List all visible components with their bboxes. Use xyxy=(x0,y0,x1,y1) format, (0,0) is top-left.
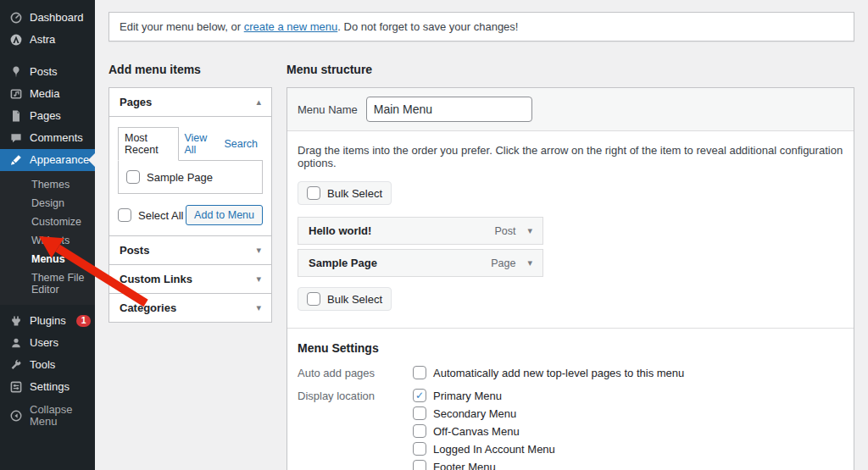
auto-add-pages-row: Auto add pages Automatically add new top… xyxy=(298,366,843,379)
appearance-submenu: Themes Design Customize Widgets Menus Th… xyxy=(0,171,95,305)
astra-icon xyxy=(8,33,23,47)
location-secondary-menu: Secondary Menu xyxy=(413,406,555,420)
sidebar-item-dashboard[interactable]: Dashboard xyxy=(0,7,95,29)
admin-sidebar: Dashboard Astra Posts Media Pages Commen… xyxy=(0,0,95,470)
chevron-down-icon[interactable]: ▾ xyxy=(527,225,532,236)
tab-search[interactable]: Search xyxy=(219,134,263,154)
location-checkbox[interactable] xyxy=(413,460,426,470)
tab-most-recent[interactable]: Most Recent xyxy=(118,127,179,161)
select-all-checkbox[interactable] xyxy=(118,208,131,222)
menu-edit-body: Drag the items into the order you prefer… xyxy=(287,131,854,470)
menu-name-input[interactable] xyxy=(366,97,532,122)
pages-icon xyxy=(8,109,23,123)
bulk-select-checkbox[interactable] xyxy=(307,186,320,200)
notice-text-before: Edit your menu below, or xyxy=(120,20,244,33)
auto-add-pages-checkbox[interactable] xyxy=(413,366,426,379)
location-label: Secondary Menu xyxy=(433,407,516,420)
notice-text-after: . Do not forget to save your changes! xyxy=(337,20,518,33)
accordion-section-categories[interactable]: Categories ▾ xyxy=(109,293,271,322)
add-menu-items-title: Add menu items xyxy=(108,63,272,76)
sidebar-item-pages[interactable]: Pages xyxy=(0,105,95,127)
bulk-select-label: Bulk Select xyxy=(327,187,382,200)
pages-tabs: Most Recent View All Search xyxy=(118,127,263,160)
sidebar-item-astra[interactable]: Astra xyxy=(0,29,95,51)
menu-item-title: Hello world! xyxy=(309,224,371,237)
settings-icon xyxy=(8,380,23,394)
tab-view-all[interactable]: View All xyxy=(179,128,219,160)
menu-item-type: Page xyxy=(491,257,515,269)
settings-divider xyxy=(287,328,854,329)
location-logged-in-account-menu: Logged In Account Menu xyxy=(413,442,555,456)
accordion-section-label: Pages xyxy=(120,96,152,108)
accordion-section-posts[interactable]: Posts ▾ xyxy=(109,235,271,264)
chevron-down-icon: ▾ xyxy=(256,274,261,285)
location-checkbox[interactable] xyxy=(413,389,426,402)
accordion-section-custom-links[interactable]: Custom Links ▾ xyxy=(109,264,271,293)
sidebar-item-tools[interactable]: Tools xyxy=(0,354,95,376)
bulk-select-toggle-bottom: Bulk Select xyxy=(298,287,392,311)
drag-instructions: Drag the items into the order you prefer… xyxy=(298,144,843,169)
submenu-item-widgets[interactable]: Widgets xyxy=(0,231,95,250)
most-recent-tab-panel: Sample Page xyxy=(118,160,263,194)
display-location-row: Display location Primary Menu Secondary … xyxy=(298,389,843,470)
submenu-item-theme-file-editor[interactable]: Theme File Editor xyxy=(0,268,95,299)
menu-name-label: Menu Name xyxy=(298,103,358,116)
location-label: Footer Menu xyxy=(433,461,496,470)
menu-structure-column: Menu structure Menu Name Drag the items … xyxy=(287,63,854,470)
sidebar-item-users[interactable]: Users xyxy=(0,332,95,354)
accordion-section-pages[interactable]: Pages ▴ xyxy=(109,88,271,116)
auto-add-pages-label: Auto add pages xyxy=(298,366,413,379)
accordion-section-label: Custom Links xyxy=(120,273,192,285)
sidebar-item-media[interactable]: Media xyxy=(0,83,95,105)
sidebar-item-label: Comments xyxy=(30,132,83,144)
menu-settings-title: Menu Settings xyxy=(298,341,843,355)
main-content: Edit your menu below, or create a new me… xyxy=(95,0,868,470)
location-label: Off-Canvas Menu xyxy=(433,425,520,438)
select-all: Select All xyxy=(118,208,183,222)
checkbox[interactable] xyxy=(126,170,140,184)
location-footer-menu: Footer Menu xyxy=(413,460,555,470)
plugin-icon xyxy=(8,314,23,328)
select-all-row: Select All Add to Menu xyxy=(118,205,263,225)
add-menu-items-accordion: Pages ▴ Most Recent View All Search Samp… xyxy=(108,87,272,323)
sidebar-item-posts[interactable]: Posts xyxy=(0,61,95,83)
auto-add-pages-option-label: Automatically add new top-level pages to… xyxy=(433,367,684,379)
accordion-section-label: Posts xyxy=(120,244,149,257)
location-checkbox[interactable] xyxy=(413,406,426,420)
sidebar-item-label: Collapse Menu xyxy=(30,404,86,429)
sidebar-item-collapse-menu[interactable]: Collapse Menu xyxy=(0,400,95,433)
media-icon xyxy=(8,87,23,101)
users-icon xyxy=(8,336,23,350)
page-item-label: Sample Page xyxy=(147,171,213,184)
sidebar-item-label: Settings xyxy=(30,381,70,393)
menu-item-sample-page[interactable]: Sample Page Page ▾ xyxy=(298,249,543,277)
chevron-down-icon[interactable]: ▾ xyxy=(527,257,532,268)
location-checkbox[interactable] xyxy=(413,424,426,438)
menu-items-list: Hello world! Post ▾ Sample Page Page ▾ xyxy=(298,217,843,277)
location-primary-menu: Primary Menu xyxy=(413,389,555,402)
display-location-options: Primary Menu Secondary Menu Off-Canvas M… xyxy=(413,389,555,470)
bulk-select-toggle-top: Bulk Select xyxy=(298,181,392,205)
add-menu-items-column: Add menu items Pages ▴ Most Recent View … xyxy=(108,63,272,323)
sidebar-item-settings[interactable]: Settings xyxy=(0,376,95,398)
submenu-item-customize[interactable]: Customize xyxy=(0,213,95,231)
chevron-up-icon: ▴ xyxy=(256,97,261,108)
plugins-update-badge: 1 xyxy=(76,315,92,327)
submenu-item-design[interactable]: Design xyxy=(0,194,95,213)
create-new-menu-link[interactable]: create a new menu xyxy=(244,20,338,33)
sidebar-item-appearance[interactable]: Appearance xyxy=(0,149,95,171)
chevron-down-icon: ▾ xyxy=(256,302,261,313)
sidebar-item-comments[interactable]: Comments xyxy=(0,127,95,149)
accordion-section-label: Categories xyxy=(120,301,176,314)
menu-structure-title: Menu structure xyxy=(287,63,854,76)
sidebar-item-plugins[interactable]: Plugins 1 xyxy=(0,310,95,332)
sidebar-item-label: Appearance xyxy=(30,154,89,166)
add-to-menu-button[interactable]: Add to Menu xyxy=(186,205,263,225)
menu-item-hello-world[interactable]: Hello world! Post ▾ xyxy=(298,217,543,245)
location-checkbox[interactable] xyxy=(413,442,426,456)
bulk-select-checkbox[interactable] xyxy=(307,292,320,306)
display-location-label: Display location xyxy=(298,389,413,470)
submenu-item-menus[interactable]: Menus xyxy=(0,250,95,268)
select-all-label: Select All xyxy=(138,209,183,222)
submenu-item-themes[interactable]: Themes xyxy=(0,175,95,194)
